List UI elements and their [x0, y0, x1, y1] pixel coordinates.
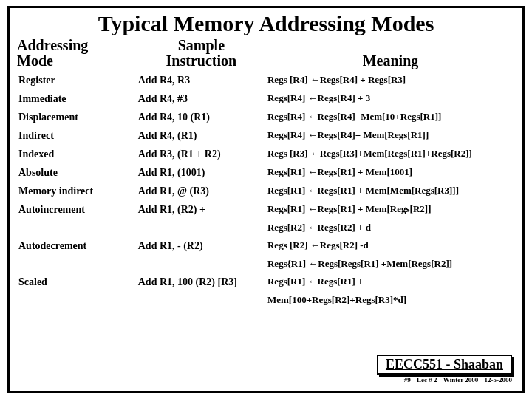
table-row: AutoincrementAdd R1, (R2) +Regs[R1] ←Reg… — [17, 201, 515, 219]
cell-mode — [17, 292, 137, 310]
table-row: AbsoluteAdd R1, (1001)Regs[R1] ←Regs[R1]… — [17, 163, 515, 182]
cell-meaning: Regs[R1] ←Regs[R1] + Mem[1001] — [266, 163, 515, 182]
cell-instruction: Add R1, (R2) + — [137, 201, 266, 219]
table-row: AutodecrementAdd R1, - (R2)Regs [R2] ←Re… — [17, 237, 515, 256]
header-mode: Addressing Mode — [17, 38, 137, 71]
table-row: Mem[100+Regs[R2]+Regs[R3]*d] — [17, 292, 515, 310]
cell-mode — [17, 219, 137, 237]
cell-instruction: Add R3, (R1 + R2) — [137, 145, 266, 163]
table-row: RegisterAdd R4, R3Regs [R4] ←Regs[R4] + … — [17, 71, 515, 89]
table-header-row: Addressing Mode Sample Instruction Meani… — [17, 38, 515, 71]
cell-instruction: Add R1, @ (R3) — [137, 183, 266, 201]
slide-number: #9 — [404, 376, 411, 383]
cell-instruction — [137, 256, 266, 273]
slide-title: Typical Memory Addressing Modes — [17, 11, 515, 36]
table-row: Regs{R1] ←Regs[Regs[R1] +Mem[Regs[R2]] — [17, 256, 515, 273]
cell-instruction: Add R4, #3 — [137, 89, 266, 108]
cell-meaning: Regs[R4] ←Regs[R4] + 3 — [266, 89, 515, 108]
cell-meaning: Regs[R2] ←Regs[R2] + d — [266, 219, 515, 237]
cell-meaning: Mem[100+Regs[R2]+Regs[R3]*d] — [266, 292, 515, 310]
cell-instruction: Add R1, 100 (R2) [R3] — [137, 273, 266, 292]
table-row: Memory indirectAdd R1, @ (R3)Regs[R1] ←R… — [17, 183, 515, 201]
cell-meaning: Regs [R3] ←Regs[R3]+Mem[Regs[R1]+Regs[R2… — [266, 145, 515, 163]
table-row: ImmediateAdd R4, #3Regs[R4] ←Regs[R4] + … — [17, 89, 515, 108]
cell-meaning: Regs[R4] ←Regs[R4]+ Mem[Regs[R1]] — [266, 126, 515, 145]
cell-mode: Indirect — [17, 126, 137, 145]
date-label: 12-5-2000 — [485, 376, 513, 383]
table-row: Regs[R2] ←Regs[R2] + d — [17, 219, 515, 237]
cell-mode: Displacement — [17, 108, 137, 126]
cell-mode: Immediate — [17, 89, 137, 108]
cell-mode: Indexed — [17, 145, 137, 163]
cell-mode: Memory indirect — [17, 183, 137, 201]
cell-meaning: Regs [R2] ←Regs[R2] -d — [266, 237, 515, 256]
cell-meaning: Regs{R1] ←Regs[Regs[R1] +Mem[Regs[R2]] — [266, 256, 515, 273]
slide-footer-meta: #9 Lec # 2 Winter 2000 12-5-2000 — [400, 376, 512, 383]
cell-instruction — [137, 292, 266, 310]
cell-meaning: Regs[R1] ←Regs[R1] + Mem[Mem[Regs[R3]]] — [266, 183, 515, 201]
cell-instruction: Add R1, - (R2) — [137, 237, 266, 256]
header-meaning: Meaning — [266, 38, 515, 71]
header-instruction: Sample Instruction — [137, 38, 266, 71]
cell-mode: Scaled — [17, 273, 137, 292]
slide-frame: Typical Memory Addressing Modes Addressi… — [7, 6, 525, 393]
cell-instruction: Add R1, (1001) — [137, 163, 266, 182]
cell-mode: Absolute — [17, 163, 137, 182]
cell-mode — [17, 256, 137, 273]
table-row: DisplacementAdd R4, 10 (R1)Regs[R4] ←Reg… — [17, 108, 515, 126]
cell-mode: Autodecrement — [17, 237, 137, 256]
table-row: IndirectAdd R4, (R1)Regs[R4] ←Regs[R4]+ … — [17, 126, 515, 145]
course-footer-box: EECC551 - Shaaban — [377, 355, 512, 375]
cell-meaning: Regs[R1] ←Regs[R1] + — [266, 273, 515, 292]
cell-meaning: Regs[R4] ←Regs[R4]+Mem[10+Regs[R1]] — [266, 108, 515, 126]
term-label: Winter 2000 — [443, 376, 478, 383]
cell-instruction — [137, 219, 266, 237]
cell-instruction: Add R4, 10 (R1) — [137, 108, 266, 126]
table-row: IndexedAdd R3, (R1 + R2)Regs [R3] ←Regs[… — [17, 145, 515, 163]
lecture-number: Lec # 2 — [417, 376, 437, 383]
cell-meaning: Regs[R1] ←Regs[R1] + Mem[Regs[R2]] — [266, 201, 515, 219]
cell-mode: Autoincrement — [17, 201, 137, 219]
cell-instruction: Add R4, (R1) — [137, 126, 266, 145]
cell-mode: Register — [17, 71, 137, 89]
table-row: ScaledAdd R1, 100 (R2) [R3]Regs[R1] ←Reg… — [17, 273, 515, 292]
cell-meaning: Regs [R4] ←Regs[R4] + Regs[R3] — [266, 71, 515, 89]
cell-instruction: Add R4, R3 — [137, 71, 266, 89]
addressing-modes-table: Addressing Mode Sample Instruction Meani… — [17, 38, 515, 310]
